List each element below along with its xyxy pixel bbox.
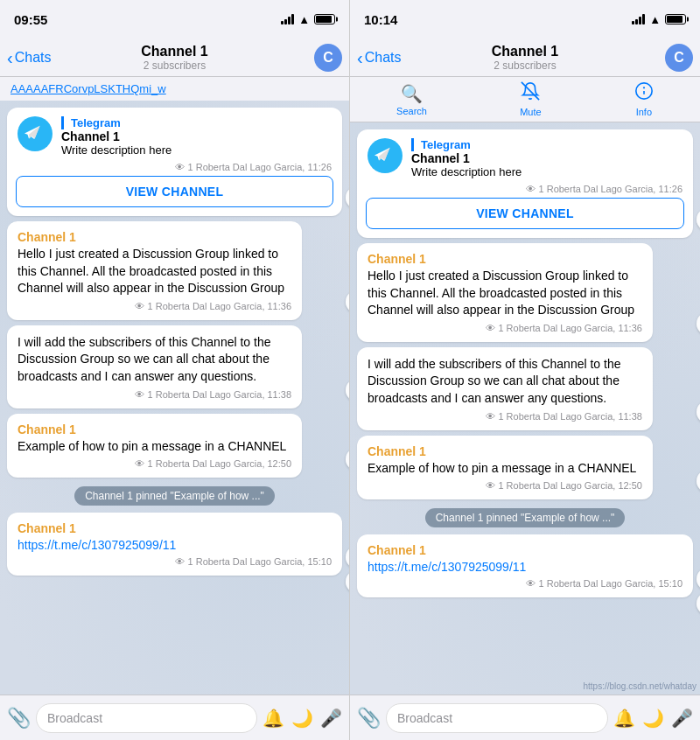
chevron-down-btn-left[interactable]: ⌄ <box>346 570 349 593</box>
attach-icon-right[interactable]: 📎 <box>357 707 381 730</box>
share-btn-2-left[interactable]: ➤ <box>346 379 349 401</box>
info-toolbar-btn[interactable]: Info <box>634 81 654 117</box>
input-field-right[interactable]: Broadcast <box>386 703 608 733</box>
search-toolbar-btn[interactable]: 🔍 Search <box>396 83 427 116</box>
nav-bar-right: ‹ Chats Channel 1 2 subscribers C <box>350 38 700 77</box>
attach-icon-left[interactable]: 📎 <box>7 707 31 730</box>
right-screen: 10:14 ▲ ‹ Chats Channel 1 <box>350 0 700 740</box>
message-meta-3-left: 👁 1 Roberta Dal Lago Garcia, 12:50 <box>18 458 291 469</box>
intro-desc-left: Write description here <box>61 143 332 157</box>
channel-intro-card-left: Telegram Channel 1 Write description her… <box>7 108 342 216</box>
input-bar-left: 📎 Broadcast 🔔 🌙 🎤 <box>0 695 349 740</box>
message-wrapper-3-left: Channel 1 Example of how to pin a messag… <box>7 414 342 478</box>
message-text-3-right: Example of how to pin a message in a CHA… <box>368 460 642 478</box>
share-btn-3-left[interactable]: ➤ <box>346 448 349 471</box>
channel-subtitle-right: 2 subscribers <box>492 59 558 72</box>
chevron-left-icon: ‹ <box>7 49 13 66</box>
message-card-1-left: Channel 1 Hello I just created a Discuss… <box>7 221 302 320</box>
channel-name-1-right: Channel 1 <box>368 252 642 266</box>
message-meta-2-right: 👁 1 Roberta Dal Lago Garcia, 11:38 <box>368 411 642 422</box>
url-link-right[interactable]: https://t.me/c/1307925099/11 <box>368 560 526 574</box>
url-link-card-left: Channel 1 https://t.me/c/1307925099/11 👁… <box>7 513 342 576</box>
message-wrapper-1-left: Channel 1 Hello I just created a Discuss… <box>7 221 342 320</box>
avatar-right[interactable]: C <box>665 44 693 72</box>
bell-icon-right[interactable]: 🔔 <box>613 708 635 729</box>
mute-toolbar-btn[interactable]: Mute <box>520 81 541 117</box>
signal-bars-right <box>632 14 645 24</box>
input-actions-right: 🔔 🌙 🎤 <box>613 708 693 729</box>
channel-url-header[interactable]: AAAAAFRCorvpLSKTHQmi_w <box>0 77 349 101</box>
chat-area-left[interactable]: Telegram Channel 1 Write description her… <box>0 101 349 695</box>
nav-title-right: Channel 1 2 subscribers <box>492 44 558 72</box>
back-button-left[interactable]: ‹ Chats <box>7 49 51 66</box>
share-btn-intro-right[interactable]: ➤ <box>696 208 700 231</box>
message-wrapper-4-left: Channel 1 https://t.me/c/1307925099/11 👁… <box>7 513 342 576</box>
input-field-left[interactable]: Broadcast <box>36 703 257 733</box>
channel-name-3-right: Channel 1 <box>368 444 642 458</box>
view-channel-btn-left[interactable]: VIEW CHANNEL <box>16 176 333 207</box>
channel-name-4-left: Channel 1 <box>18 521 332 535</box>
channel-title-left: Channel 1 <box>141 44 207 59</box>
action-toolbar-right: 🔍 Search Mute <box>350 77 700 122</box>
back-label-left: Chats <box>15 50 52 66</box>
telegram-logo-right <box>368 138 402 173</box>
message-wrapper-intro-right: Telegram Channel 1 Write description her… <box>357 129 693 238</box>
battery-icon-left <box>314 14 335 24</box>
nav-title-left: Channel 1 2 subscribers <box>141 44 207 72</box>
channel-name-1-left: Channel 1 <box>18 230 291 244</box>
info-toolbar-label: Info <box>636 107 652 117</box>
status-bar-left: 09:55 ▲ <box>0 0 349 38</box>
message-text-3-left: Example of how to pin a message in a CHA… <box>18 438 291 456</box>
battery-icon-right <box>665 14 686 24</box>
wifi-icon-left: ▲ <box>298 13 310 26</box>
svg-line-1 <box>522 82 539 100</box>
avatar-left[interactable]: C <box>314 44 342 72</box>
intro-source-right: Telegram <box>411 138 682 151</box>
message-meta-1-left: 👁 1 Roberta Dal Lago Garcia, 11:36 <box>18 301 291 311</box>
message-meta-2-left: 👁 1 Roberta Dal Lago Garcia, 11:38 <box>18 389 291 400</box>
mic-icon-left[interactable]: 🎤 <box>320 708 342 729</box>
share-btn-2-right[interactable]: ➤ <box>696 401 700 423</box>
left-screen: 09:55 ▲ ‹ Chats Channel 1 <box>0 0 350 740</box>
chevron-down-btn-right[interactable]: ⌄ <box>696 592 700 615</box>
message-wrapper-1-right: Channel 1 Hello I just created a Discuss… <box>357 243 693 342</box>
mute-toolbar-icon <box>521 81 540 105</box>
chat-area-right[interactable]: Telegram Channel 1 Write description her… <box>350 122 700 695</box>
back-button-right[interactable]: ‹ Chats <box>357 49 401 66</box>
channel-title-right: Channel 1 <box>492 44 558 59</box>
back-label-right: Chats <box>365 50 402 66</box>
status-time-left: 09:55 <box>14 12 47 27</box>
url-meta-left: 👁 1 Roberta Dal Lago Garcia, 15:10 <box>18 556 332 567</box>
intro-meta-right: 👁 1 Roberta Dal Lago Garcia, 11:26 <box>357 184 693 198</box>
info-toolbar-icon <box>634 81 654 105</box>
wifi-icon-right: ▲ <box>649 13 661 26</box>
share-btn-1-right[interactable]: ➤ <box>696 312 700 335</box>
share-btn-3-right[interactable]: ➤ <box>696 470 700 492</box>
intro-desc-right: Write description here <box>411 165 682 178</box>
moon-icon-right[interactable]: 🌙 <box>642 708 664 729</box>
url-link-card-right: Channel 1 https://t.me/c/1307925099/11 👁… <box>357 534 693 597</box>
message-card-3-left: Channel 1 Example of how to pin a messag… <box>7 414 302 478</box>
system-msg-wrapper-right: Channel 1 pinned "Example of how ..." <box>357 505 693 531</box>
share-btn-intro-left[interactable]: ➤ <box>346 186 349 209</box>
share-btn-4-left[interactable]: ➤ <box>346 546 349 569</box>
message-card-1-right: Channel 1 Hello I just created a Discuss… <box>357 243 653 342</box>
channel-intro-card-right: Telegram Channel 1 Write description her… <box>357 129 693 238</box>
share-btn-4-right[interactable]: ➤ <box>696 568 700 590</box>
search-toolbar-label: Search <box>396 106 427 116</box>
status-bar-right: 10:14 ▲ <box>350 0 700 38</box>
intro-source-left: Telegram <box>61 116 332 129</box>
url-link-left[interactable]: https://t.me/c/1307925099/11 <box>18 538 176 552</box>
share-btn-1-left[interactable]: ➤ <box>346 290 349 313</box>
view-channel-btn-right[interactable]: VIEW CHANNEL <box>366 198 684 229</box>
mic-icon-right[interactable]: 🎤 <box>671 708 693 729</box>
message-text-2-right: I will add the subscribers of this Chann… <box>368 356 642 408</box>
message-card-3-right: Channel 1 Example of how to pin a messag… <box>357 436 653 500</box>
telegram-logo-left <box>18 116 52 151</box>
url-meta-right: 👁 1 Roberta Dal Lago Garcia, 15:10 <box>368 578 682 589</box>
message-meta-1-right: 👁 1 Roberta Dal Lago Garcia, 11:36 <box>368 323 642 333</box>
moon-icon-left[interactable]: 🌙 <box>291 708 313 729</box>
intro-meta-left: 👁 1 Roberta Dal Lago Garcia, 11:26 <box>7 162 342 176</box>
status-icons-left: ▲ <box>281 13 335 26</box>
bell-icon-left[interactable]: 🔔 <box>262 708 284 729</box>
